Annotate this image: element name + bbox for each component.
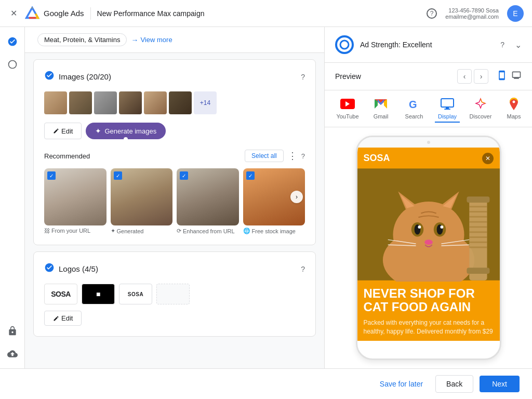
- logos-edit-container: Edit: [44, 311, 305, 326]
- breadcrumb-chip[interactable]: Meat, Protein, & Vitamins: [37, 33, 127, 46]
- back-button[interactable]: Back: [435, 375, 473, 393]
- svg-point-20: [418, 225, 421, 229]
- youtube-icon: [340, 97, 355, 111]
- next-button[interactable]: Next: [480, 376, 520, 392]
- bottom-bar: Save for later Back Next: [0, 368, 532, 399]
- user-avatar[interactable]: E: [507, 5, 524, 22]
- preview-header: Preview ‹ ›: [325, 63, 532, 90]
- logo-thumb-empty: [156, 284, 190, 304]
- svg-point-4: [340, 41, 349, 49]
- preview-navigation: ‹ ›: [457, 69, 488, 84]
- select-all-button[interactable]: Select all: [245, 150, 284, 162]
- desktop-device-icon[interactable]: [511, 70, 522, 83]
- recommended-header: Recommended Select all ⋮ ?: [44, 150, 305, 162]
- image-checkbox-1[interactable]: ✓: [47, 171, 56, 180]
- channel-tab-maps[interactable]: Maps: [501, 95, 526, 123]
- gmail-icon: [374, 97, 388, 111]
- ad-close-button[interactable]: ✕: [482, 153, 494, 164]
- image-next-button[interactable]: ›: [290, 191, 303, 203]
- recommended-image-grid: ✓ ⛓ From your URL ✓ ✦ Generated: [44, 168, 305, 234]
- svg-rect-8: [444, 109, 450, 110]
- ad-strength-bar: Ad Strength: Excellent ? ⌄: [325, 27, 532, 63]
- image-thumbnails: +14: [44, 91, 305, 114]
- header-divider: [90, 7, 91, 20]
- generate-images-button[interactable]: ✦ Generate images: [86, 123, 166, 139]
- thumbnail-1: [44, 91, 67, 114]
- logos-check-icon: [44, 262, 55, 275]
- sidebar-check-icon[interactable]: [6, 35, 19, 48]
- images-check-icon: [44, 70, 55, 83]
- channel-tab-display[interactable]: Display: [435, 95, 460, 123]
- save-for-later-button[interactable]: Save for later: [374, 376, 429, 392]
- channel-tab-discover[interactable]: Discover: [468, 95, 493, 123]
- logos-section: Logos (4/5) ? SOSA ■ SOSA Edit: [33, 251, 316, 337]
- user-info: 123-456-7890 Sosa emailme@gmail.com: [445, 7, 499, 20]
- ad-strength-chevron-icon[interactable]: ⌄: [515, 40, 522, 50]
- ad-strength-help-icon[interactable]: ?: [500, 41, 504, 49]
- sidebar-circle-icon[interactable]: [6, 58, 19, 71]
- channel-tab-search[interactable]: G Search: [402, 95, 427, 123]
- more-options-icon[interactable]: ⋮: [288, 150, 297, 162]
- preview-next-button[interactable]: ›: [474, 69, 488, 84]
- thumbnail-more: +14: [194, 91, 217, 114]
- logo-thumb-dark: ■: [82, 284, 115, 304]
- channel-tab-youtube[interactable]: YouTube: [335, 95, 360, 123]
- image-item-3: ✓ ⟳ Enhanced from URL: [177, 168, 239, 234]
- image-card-2[interactable]: ✓: [111, 168, 173, 225]
- image-card-3[interactable]: ✓: [177, 168, 239, 225]
- image-item-4: ✓ › 🌐 Free stock image: [243, 168, 305, 234]
- images-help-icon[interactable]: ?: [301, 73, 305, 81]
- image-label-3: ⟳ Enhanced from URL: [177, 228, 239, 234]
- logos-help-icon[interactable]: ?: [301, 265, 305, 273]
- ad-brand: SOSA: [364, 153, 390, 164]
- sidebar-upload-icon[interactable]: [6, 348, 19, 360]
- logo-thumb-light: SOSA: [119, 284, 152, 304]
- ad-text-overlay: NEVER SHOP FOR CAT FOOD AGAIN Packed wit…: [357, 282, 500, 341]
- help-icon[interactable]: ?: [427, 8, 437, 19]
- channel-tab-gmail[interactable]: Gmail: [368, 95, 393, 123]
- main-layout: Meat, Protein, & Vitamins → View more Im…: [0, 27, 532, 368]
- view-more-link[interactable]: → View more: [131, 36, 172, 44]
- thumbnail-5: [144, 91, 167, 114]
- images-section-header: Images (20/20) ?: [44, 70, 305, 83]
- image-label-2: ✦ Generated: [111, 228, 173, 234]
- ad-preview-content: SOSA ✕: [357, 148, 500, 341]
- content-area: Meat, Protein, & Vitamins → View more Im…: [25, 27, 324, 368]
- images-section-title: Images (20/20): [59, 72, 297, 81]
- ad-cat-image: [357, 167, 500, 282]
- logos-edit-button[interactable]: Edit: [44, 311, 82, 326]
- logo-thumb-text: SOSA: [44, 284, 77, 304]
- ad-subtext: Packed with everything your cat needs fo…: [364, 318, 494, 336]
- image-label-4: 🌐 Free stock image: [243, 228, 305, 234]
- image-card-1[interactable]: ✓: [44, 168, 107, 225]
- svg-point-22: [424, 240, 433, 245]
- close-button[interactable]: ✕: [8, 8, 19, 19]
- right-panel: Ad Strength: Excellent ? ⌄ Preview ‹ ›: [324, 27, 532, 368]
- discover-icon: [473, 97, 488, 111]
- app-name: Google Ads: [44, 9, 84, 18]
- image-checkbox-4[interactable]: ✓: [246, 171, 255, 180]
- header-actions: ? 123-456-7890 Sosa emailme@gmail.com E: [427, 5, 524, 22]
- image-checkbox-2[interactable]: ✓: [114, 171, 122, 180]
- campaign-title: New Performance Max campaign: [97, 9, 421, 18]
- image-checkbox-3[interactable]: ✓: [180, 171, 188, 180]
- logos-section-header: Logos (4/5) ?: [44, 262, 305, 275]
- display-icon: [440, 97, 455, 111]
- svg-point-3: [8, 61, 16, 69]
- images-section: Images (20/20) ? +14 Edit ✦: [33, 59, 316, 245]
- ad-headline: NEVER SHOP FOR CAT FOOD AGAIN: [364, 287, 494, 314]
- svg-point-21: [440, 225, 443, 229]
- thumbnail-2: [69, 91, 92, 114]
- thumbnail-4: [119, 91, 142, 114]
- image-item-2: ✓ ✦ Generated: [111, 168, 173, 234]
- mobile-device-icon[interactable]: [497, 70, 507, 83]
- svg-rect-6: [441, 99, 454, 107]
- image-label-1: ⛓ From your URL: [44, 228, 107, 234]
- edit-button[interactable]: Edit: [44, 123, 82, 139]
- maps-icon: [507, 97, 521, 111]
- svg-rect-28: [467, 196, 489, 203]
- recommended-help-icon[interactable]: ?: [301, 152, 305, 160]
- preview-prev-button[interactable]: ‹: [457, 69, 472, 84]
- image-card-4[interactable]: ✓ ›: [243, 168, 305, 225]
- sidebar-lock-icon[interactable]: [6, 325, 19, 337]
